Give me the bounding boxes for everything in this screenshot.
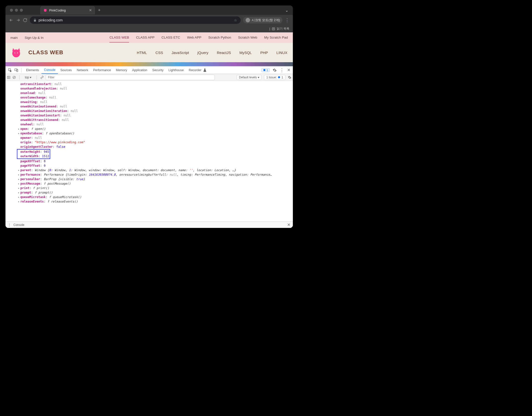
console-line[interactable]: onwebkitanimationend: null <box>18 104 293 109</box>
maximize-window-button[interactable] <box>20 9 23 12</box>
subnav-item[interactable]: CSS <box>155 51 163 55</box>
subnav-item[interactable]: JavaScript <box>172 51 189 55</box>
devtools-tab[interactable]: Sources <box>58 66 74 74</box>
console-line[interactable]: ▸personalbar: BarProp {visible: true} <box>18 177 293 181</box>
devtools-tab[interactable]: Lighthouse <box>166 66 186 74</box>
browser-tab[interactable]: PinkCoding ✕ <box>40 6 95 14</box>
devtools-settings-icon[interactable] <box>273 68 277 72</box>
devtools-tab[interactable]: Security <box>150 66 166 74</box>
console-line[interactable]: ▸print: f print() <box>18 186 293 190</box>
devtools-tab[interactable]: Performance <box>91 66 114 74</box>
address-input[interactable]: pinkcoding.com ☆ <box>30 16 241 24</box>
back-button[interactable] <box>9 18 13 22</box>
svg-rect-16 <box>278 76 280 78</box>
incognito-icon <box>246 18 250 22</box>
subnav-item[interactable]: HTML <box>137 51 147 55</box>
devtools-kebab-icon[interactable]: ⋮ <box>280 67 284 73</box>
reload-button[interactable] <box>23 18 27 22</box>
topnav-item[interactable]: Sign Up & In <box>25 33 44 42</box>
topnav-item[interactable]: Web APP <box>187 33 202 43</box>
console-line[interactable]: onunhandledrejection: null <box>18 86 293 91</box>
console-line[interactable]: pageXOffset: 0 <box>18 159 293 163</box>
console-line[interactable]: onwaiting: null <box>18 100 293 104</box>
console-separator <box>19 75 20 80</box>
topnav-item[interactable]: CLASS APP <box>136 33 154 43</box>
chevron-down-icon: ▾ <box>258 76 259 79</box>
devtools-close-icon[interactable]: ✕ <box>286 68 291 72</box>
subnav-item[interactable]: LINUX <box>276 51 287 55</box>
devtools-tab[interactable]: Application <box>130 66 150 74</box>
close-window-button[interactable] <box>10 9 13 12</box>
console-line[interactable]: ▸openDatabase: f openDatabase() <box>18 131 293 136</box>
console-line[interactable]: onvolumechange: null <box>18 95 293 100</box>
console-line[interactable]: ▸releaseEvents: f releaseEvents() <box>18 199 293 204</box>
minimize-window-button[interactable] <box>15 9 18 12</box>
devtools-tab[interactable]: Network <box>74 66 91 74</box>
console-issue-badge[interactable]: 1 Issue: 1 <box>264 75 285 80</box>
device-toolbar-icon[interactable] <box>14 68 18 72</box>
devtools-tab[interactable]: Recorder <box>186 66 204 74</box>
recorder-flask-icon <box>203 68 207 72</box>
console-line[interactable]: onwebkitanimationstart: null <box>18 113 293 118</box>
topnav-item[interactable]: Scratch Web <box>238 33 257 43</box>
incognito-badge[interactable]: 시크릿 모드(창 2개) <box>243 17 282 23</box>
topnav-item[interactable]: Scratch Python <box>208 33 231 43</box>
console-line[interactable]: outerWidth: 1512 <box>18 154 49 158</box>
devtools-tab[interactable]: Elements <box>24 66 42 74</box>
console-line[interactable]: ▸prompt: f prompt() <box>18 190 293 195</box>
console-line[interactable]: onunload: null <box>18 91 293 95</box>
chevron-down-icon: ▾ <box>30 76 31 79</box>
console-sidebar-toggle-icon[interactable] <box>7 76 10 79</box>
console-line[interactable]: onwebkittransitionend: null <box>18 118 293 122</box>
console-line[interactable]: originAgentCluster: false <box>18 145 293 149</box>
subnav-item[interactable]: PHP <box>260 51 268 55</box>
subnav-item[interactable]: jQuery <box>197 51 208 55</box>
console-filter-input[interactable] <box>46 75 215 80</box>
devtools-issues-badge[interactable]: 1 <box>261 68 270 72</box>
console-line[interactable]: opener: null <box>18 136 293 140</box>
subnav-item[interactable]: MySQL <box>239 51 252 55</box>
drawer-close-icon[interactable]: ✕ <box>287 222 290 227</box>
console-context-label: top <box>25 76 29 79</box>
forward-button[interactable] <box>16 18 20 22</box>
tab-favicon-icon <box>43 8 47 12</box>
drawer-kebab-icon[interactable]: ⋮ <box>8 223 11 227</box>
highlight-annotation: outerHeight: 945 outerWidth: 1512 <box>17 149 50 159</box>
new-tab-button[interactable]: + <box>98 8 101 13</box>
console-line[interactable]: onwebkitanimationiteration: null <box>18 109 293 113</box>
tabstrip-chevron-icon[interactable]: ⌄ <box>285 8 288 13</box>
console-line[interactable]: ▸postMessage: f postMessage() <box>18 181 293 186</box>
devtools-tab[interactable]: Console <box>42 66 58 74</box>
console-line[interactable]: onwheel: null <box>18 122 293 127</box>
console-line[interactable]: ▸queueMicrotask: f queueMicrotask() <box>18 195 293 199</box>
topnav-item[interactable]: My Scratch Pad <box>264 33 288 43</box>
console-line[interactable]: ▸performance: Performance {timeOrigin: 1… <box>18 172 293 177</box>
address-bar: pinkcoding.com ☆ 시크릿 모드(창 2개) ⋮ <box>5 15 293 25</box>
topnav-item[interactable]: CLASS ETC <box>162 33 180 43</box>
reading-list-label[interactable]: 읽기 목록 <box>277 27 289 31</box>
bookmark-star-icon[interactable]: ☆ <box>234 18 237 22</box>
console-context-dropdown[interactable]: top ▾ <box>23 75 33 80</box>
console-line[interactable]: pageYOffset: 0 <box>18 163 293 168</box>
logo-cat-icon <box>11 47 21 58</box>
drawer-label[interactable]: Console <box>13 223 24 227</box>
live-expression-icon[interactable] <box>40 76 44 79</box>
issue-icon <box>278 76 280 79</box>
subnav-item[interactable]: ReactJS <box>217 51 231 55</box>
console-output[interactable]: ontransitionstart: null onunhandledrejec… <box>5 81 293 221</box>
site-topnav: mainSign Up & In CLASS WEBCLASS APPCLASS… <box>5 32 293 43</box>
topnav-item[interactable]: main <box>10 33 18 42</box>
inspect-element-icon[interactable] <box>8 68 12 72</box>
console-settings-icon[interactable] <box>288 76 291 79</box>
console-line[interactable]: ▸open: f open() <box>18 127 293 131</box>
topnav-item[interactable]: CLASS WEB <box>109 33 129 43</box>
tab-close-icon[interactable]: ✕ <box>89 8 92 12</box>
browser-menu-button[interactable]: ⋮ <box>285 17 289 23</box>
console-clear-icon[interactable] <box>12 76 16 79</box>
console-line[interactable]: outerHeight: 945 <box>18 150 49 154</box>
console-line[interactable]: ▸parent: Window {0: Window, 1: Window, w… <box>18 168 293 172</box>
console-line[interactable]: origin: "https://www.pinkcoding.com" <box>18 140 293 145</box>
console-line[interactable]: ontransitionstart: null <box>18 82 293 86</box>
console-levels-dropdown[interactable]: Default levels ▾ <box>237 75 262 80</box>
devtools-tab[interactable]: Memory <box>113 66 130 74</box>
